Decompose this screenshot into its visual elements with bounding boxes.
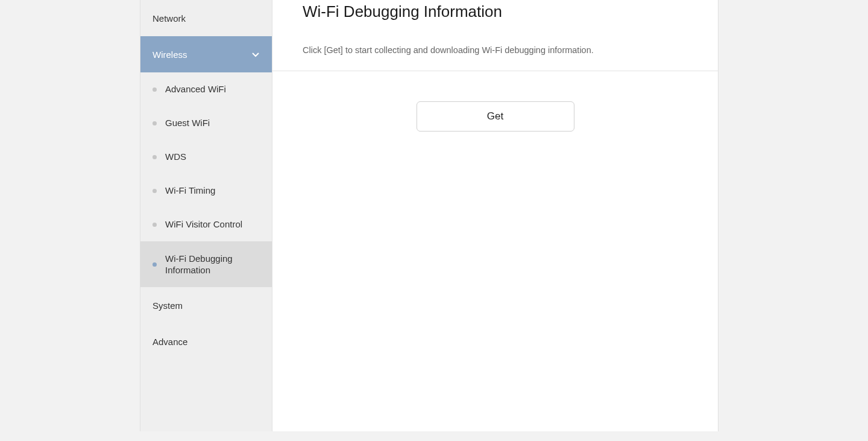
sidebar-item-advance[interactable]: Advance bbox=[140, 323, 272, 360]
sidebar-item-label: Wireless bbox=[153, 49, 187, 60]
sidebar-subitem-label: Advanced WiFi bbox=[165, 83, 226, 95]
sidebar-subitem-guest-wifi[interactable]: Guest WiFi bbox=[140, 106, 272, 140]
action-row: Get bbox=[272, 71, 718, 132]
main-content: Wi-Fi Debugging Information Click [Get] … bbox=[272, 0, 719, 431]
bullet-icon bbox=[153, 223, 157, 227]
sidebar-item-label: Network bbox=[153, 13, 186, 24]
sidebar-item-system[interactable]: System bbox=[140, 287, 272, 323]
get-button[interactable]: Get bbox=[417, 101, 574, 132]
sidebar-subitem-label: WDS bbox=[165, 151, 186, 163]
chevron-down-icon bbox=[251, 50, 260, 59]
sidebar-subitem-wifi-debugging-information[interactable]: Wi-Fi Debugging Information bbox=[140, 241, 272, 287]
sidebar-subitem-wifi-visitor-control[interactable]: WiFi Visitor Control bbox=[140, 208, 272, 241]
bullet-icon bbox=[153, 121, 157, 125]
sidebar-subitem-label: WiFi Visitor Control bbox=[165, 218, 242, 230]
bullet-icon bbox=[153, 262, 157, 267]
page-title: Wi-Fi Debugging Information bbox=[272, 2, 718, 21]
sidebar-subitem-advanced-wifi[interactable]: Advanced WiFi bbox=[140, 72, 272, 106]
sidebar-item-label: System bbox=[153, 300, 183, 311]
sidebar-subitem-label: Wi-Fi Debugging Information bbox=[165, 253, 260, 276]
sidebar-item-wireless[interactable]: Wireless bbox=[140, 36, 272, 72]
bullet-icon bbox=[153, 87, 157, 92]
bullet-icon bbox=[153, 189, 157, 193]
sidebar-item-network[interactable]: Network bbox=[140, 0, 272, 36]
page-canvas: Network Wireless Advanced WiFi Guest WiF… bbox=[0, 0, 868, 441]
sidebar-subitem-label: Wi-Fi Timing bbox=[165, 185, 215, 197]
page-description: Click [Get] to start collecting and down… bbox=[272, 45, 718, 71]
bullet-icon bbox=[153, 155, 157, 159]
sidebar-subitem-wifi-timing[interactable]: Wi-Fi Timing bbox=[140, 174, 272, 208]
sidebar-subitem-label: Guest WiFi bbox=[165, 117, 210, 129]
sidebar-item-label: Advance bbox=[153, 337, 187, 347]
scroll-container[interactable]: Network Wireless Advanced WiFi Guest WiF… bbox=[0, 0, 868, 441]
sidebar-subitem-wds[interactable]: WDS bbox=[140, 140, 272, 174]
sidebar: Network Wireless Advanced WiFi Guest WiF… bbox=[140, 0, 272, 431]
